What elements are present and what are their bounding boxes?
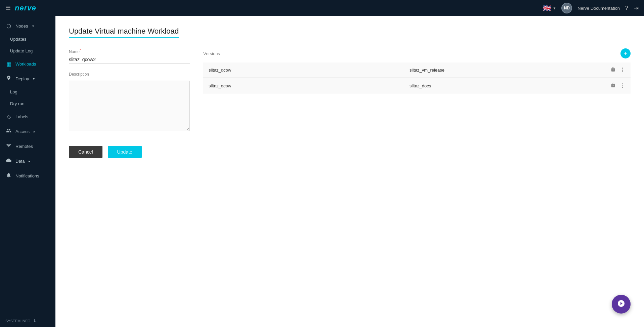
access-icon [5,128,12,135]
updates-label: Updates [10,37,26,42]
update-button[interactable]: Update [108,146,142,158]
buttons-row: Cancel Update [69,146,631,158]
versions-header: Versions + [203,48,631,58]
notifications-label: Notifications [15,173,39,178]
sidebar-item-deploy[interactable]: Deploy ▾ [0,71,55,86]
versions-label: Versions [203,51,220,56]
user-avatar: ND [561,3,572,13]
version-col2: slitaz_vm_release [410,68,610,73]
lock-icon [610,82,616,89]
sidebar-item-nodes-label: Nodes [15,24,28,29]
fab-button[interactable] [612,295,631,314]
doc-link[interactable]: Nerve Documentation [577,6,620,11]
data-label: Data [15,159,25,164]
hamburger-icon[interactable]: ☰ [5,4,11,12]
sidebar: ⬡ Nodes ▾ Updates Update Log ▦ Workloads… [0,16,55,327]
form-row: Name* Description Versions + slitaz_qcow [69,48,631,132]
sidebar-item-labels[interactable]: ◇ Labels [0,110,55,124]
dry-run-label: Dry run [10,101,25,106]
sidebar-item-nodes[interactable]: ⬡ Nodes ▾ [0,19,55,33]
description-input[interactable] [69,81,190,131]
add-icon: + [624,50,628,57]
nodes-icon: ⬡ [5,23,12,29]
page-title: Update Virtual machine Workload [69,27,179,38]
version-menu-button[interactable]: ⋮ [620,83,625,89]
versions-section: Versions + slitaz_qcow slitaz_vm_release… [203,48,631,94]
name-input[interactable] [69,55,190,64]
version-row: slitaz_qcow slitaz_vm_release ⋮ [203,63,631,78]
sidebar-item-remotes[interactable]: Remotes [0,139,55,154]
sidebar-item-data[interactable]: Data ▸ [0,154,55,168]
sidebar-item-dry-run[interactable]: Dry run [0,98,55,110]
workloads-icon: ▦ [5,61,12,67]
notifications-icon [5,172,12,179]
system-info-icon: ⬇ [33,319,36,323]
lock-icon [610,67,616,73]
main-content: Update Virtual machine Workload Name* De… [55,16,644,327]
form-left: Name* Description [69,48,190,132]
sidebar-item-notifications[interactable]: Notifications [0,168,55,183]
add-version-button[interactable]: + [620,48,631,58]
system-info-btn[interactable]: SYSTEM INFO ⬇ [0,315,55,327]
system-info-label: SYSTEM INFO [5,319,31,323]
sidebar-item-update-log[interactable]: Update Log [0,45,55,57]
labels-icon: ◇ [5,114,12,120]
cancel-button[interactable]: Cancel [69,146,102,158]
data-arrow-icon: ▸ [29,159,30,163]
update-log-label: Update Log [10,48,33,53]
app-logo: nerve [15,4,36,12]
fab-icon [617,299,625,309]
access-arrow-icon: ▸ [34,130,35,133]
remotes-label: Remotes [15,144,33,149]
workloads-label: Workloads [15,62,36,67]
sidebar-item-updates[interactable]: Updates [0,33,55,45]
sidebar-item-workloads[interactable]: ▦ Workloads [0,57,55,71]
help-icon[interactable]: ? [625,5,628,11]
deploy-arrow-icon: ▾ [33,77,35,81]
log-label: Log [10,89,17,94]
flag-icon: 🇬🇧 [543,4,551,12]
data-icon [5,158,12,164]
version-col1: slitaz_qcow [209,68,410,73]
access-label: Access [15,129,30,134]
logout-icon[interactable]: ⇥ [634,4,639,12]
flag-dropdown-arrow: ▼ [553,6,556,10]
version-menu-button[interactable]: ⋮ [620,67,625,73]
version-col2: slitaz_docs [410,83,610,88]
navbar: ☰ nerve 🇬🇧 ▼ ND Nerve Documentation ? ⇥ [0,0,644,16]
nodes-arrow-icon: ▾ [32,24,34,28]
labels-label: Labels [15,114,28,119]
sidebar-item-access[interactable]: Access ▸ [0,124,55,139]
remotes-icon [5,143,12,150]
language-selector[interactable]: 🇬🇧 ▼ [543,4,556,12]
description-label: Description [69,72,190,77]
version-row: slitaz_qcow slitaz_docs ⋮ [203,78,631,93]
name-label: Name* [69,48,190,54]
sidebar-item-log[interactable]: Log [0,86,55,98]
version-col1: slitaz_qcow [209,83,410,88]
deploy-label: Deploy [15,76,29,81]
deploy-icon [5,75,12,82]
